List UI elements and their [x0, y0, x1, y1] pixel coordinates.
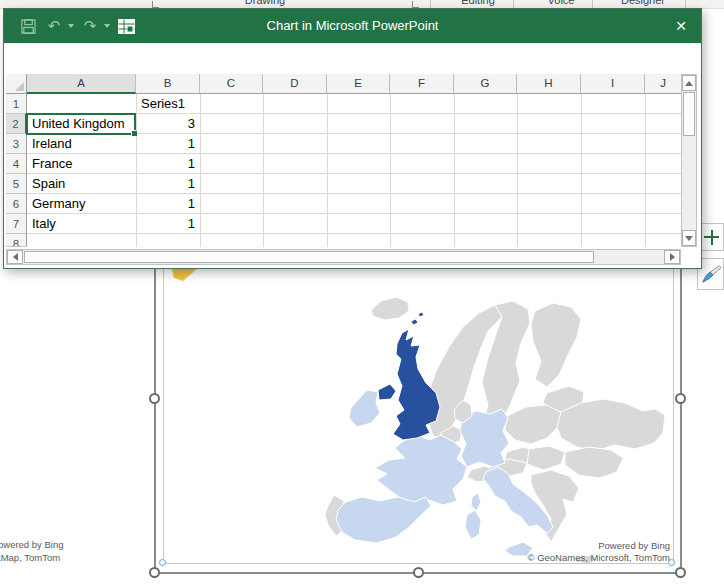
ribbon-separator	[513, 0, 514, 8]
chart-plot-area-border	[163, 268, 674, 564]
row-header-4[interactable]: 4	[6, 154, 27, 174]
cell-b4[interactable]: 1	[136, 154, 200, 174]
row-headers: 1 2 3 4 5 6 7 8	[6, 94, 27, 247]
fill-handle[interactable]	[132, 131, 137, 136]
column-headers: A B C D E F G H I J	[6, 74, 681, 94]
cell-a3[interactable]: Ireland	[27, 134, 136, 154]
ribbon-group-drawing: Drawing	[230, 0, 300, 6]
cell-area[interactable]: Series1 United Kingdom 3 Ireland 1 Franc…	[27, 94, 681, 247]
column-header-c[interactable]: C	[200, 74, 263, 94]
window-title: Chart in Microsoft PowerPoint	[4, 9, 701, 43]
selection-border-right[interactable]	[680, 268, 682, 574]
cell-b3[interactable]: 1	[136, 134, 200, 154]
scroll-up-button[interactable]	[682, 75, 696, 91]
cell-a7[interactable]: Italy	[27, 214, 136, 234]
resize-handle-bottom-left[interactable]	[149, 567, 160, 578]
column-header-e[interactable]: E	[327, 74, 390, 94]
dialog-launcher-icon[interactable]	[412, 1, 419, 8]
plus-icon	[704, 230, 719, 245]
row-header-3[interactable]: 3	[6, 134, 27, 154]
column-header-j[interactable]: J	[645, 74, 681, 94]
down-arrow-icon	[685, 236, 693, 241]
cell-b6[interactable]: 1	[136, 194, 200, 214]
right-arrow-icon	[670, 253, 675, 261]
scroll-right-button[interactable]	[664, 250, 680, 264]
resize-handle-bottom-right[interactable]	[675, 567, 686, 578]
close-button[interactable]: ✕	[675, 9, 687, 43]
row-header-2[interactable]: 2	[6, 114, 27, 134]
column-header-f[interactable]: F	[390, 74, 454, 94]
scroll-left-button[interactable]	[7, 250, 23, 264]
excel-chart-data-window: ↶ ↷ Chart in Microsoft Powe	[3, 8, 702, 269]
column-header-h[interactable]: H	[517, 74, 581, 94]
vertical-scroll-thumb[interactable]	[683, 92, 695, 136]
chart-elements-button[interactable]	[699, 223, 724, 251]
row-header-1[interactable]: 1	[6, 94, 27, 114]
column-header-d[interactable]: D	[263, 74, 327, 94]
column-header-a[interactable]: A	[27, 74, 136, 94]
row-header-7[interactable]: 7	[6, 214, 27, 234]
worksheet-grid[interactable]: A B C D E F G H I J 1 2 3 4 5	[6, 74, 681, 247]
spreadsheet-area: A B C D E F G H I J 1 2 3 4 5	[4, 43, 699, 266]
chart-area-handle[interactable]	[668, 559, 675, 566]
dialog-launcher-icon[interactable]	[152, 1, 159, 8]
column-header-g[interactable]: G	[454, 74, 517, 94]
ribbon-separator	[592, 0, 593, 8]
row-header-5[interactable]: 5	[6, 174, 27, 194]
chart-area-handle[interactable]	[159, 559, 166, 566]
vertical-scrollbar[interactable]	[681, 74, 697, 247]
row-header-6[interactable]: 6	[6, 194, 27, 214]
horizontal-scroll-thumb[interactable]	[24, 251, 594, 263]
select-all-corner[interactable]	[6, 74, 27, 94]
scroll-down-button[interactable]	[682, 230, 696, 246]
ribbon-separator	[430, 0, 431, 8]
selection-border-left[interactable]	[154, 268, 156, 574]
up-arrow-icon	[685, 81, 693, 86]
cell-b2[interactable]: 3	[136, 114, 200, 134]
cell-b1[interactable]: Series1	[136, 94, 201, 114]
ribbon-group-editing: Editing	[448, 0, 508, 6]
column-header-b[interactable]: B	[136, 74, 200, 94]
close-icon: ✕	[675, 18, 687, 34]
window-titlebar[interactable]: ↶ ↷ Chart in Microsoft Powe	[4, 9, 701, 43]
row-header-8[interactable]: 8	[6, 234, 27, 247]
horizontal-scrollbar[interactable]	[6, 249, 681, 265]
column-header-i[interactable]: I	[581, 74, 645, 94]
slide-attribution-credits: tMap, TomTom	[0, 552, 60, 564]
cell-b7[interactable]: 1	[136, 214, 200, 234]
resize-handle-bottom[interactable]	[413, 567, 424, 578]
cell-a6[interactable]: Germany	[27, 194, 136, 214]
paintbrush-icon	[700, 263, 722, 285]
cell-a4[interactable]: France	[27, 154, 136, 174]
slide-attribution-powered: owered by Bing	[0, 539, 63, 551]
ribbon-separator	[685, 0, 686, 8]
resize-handle-right[interactable]	[675, 393, 686, 404]
ribbon-group-voice: Voice	[538, 0, 584, 6]
resize-handle-left[interactable]	[149, 393, 160, 404]
active-cell-selection[interactable]	[26, 113, 136, 135]
ribbon-group-designer: Designer	[610, 0, 676, 6]
left-arrow-icon	[13, 253, 18, 261]
cell-a5[interactable]: Spain	[27, 174, 136, 194]
cell-b5[interactable]: 1	[136, 174, 200, 194]
powerpoint-app: Drawing Editing Voice Designer	[0, 0, 724, 588]
